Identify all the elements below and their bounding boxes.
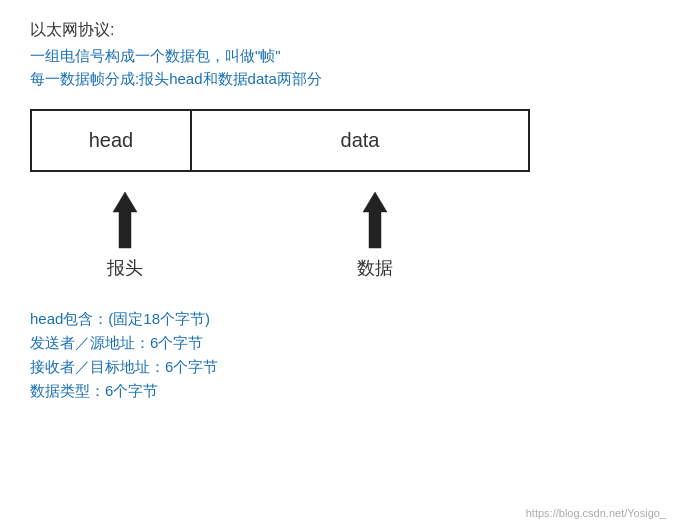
head-arrow-group: 报头 bbox=[30, 182, 190, 280]
data-arrow-label: 数据 bbox=[357, 256, 393, 280]
desc-line-1: 一组电信号构成一个数据包，叫做"帧" bbox=[30, 47, 651, 66]
page-container: 以太网协议: 一组电信号构成一个数据包，叫做"帧" 每一数据帧分成:报头head… bbox=[0, 0, 681, 529]
frame-head-label: head bbox=[89, 129, 134, 151]
desc-line-2: 每一数据帧分成:报头head和数据data两部分 bbox=[30, 70, 651, 89]
arrows-row: 报头 数据 bbox=[30, 182, 530, 280]
data-arrow-group: 数据 bbox=[190, 182, 530, 280]
details-section: head包含：(固定18个字节) 发送者／源地址：6个字节 接收者／目标地址：6… bbox=[30, 310, 651, 401]
title: 以太网协议: bbox=[30, 20, 651, 41]
svg-marker-0 bbox=[113, 192, 137, 248]
watermark: https://blog.csdn.net/Yosigo_ bbox=[526, 507, 666, 519]
frame-head-cell: head bbox=[32, 111, 192, 170]
frame-data-label: data bbox=[341, 129, 380, 151]
detail-line-0: head包含：(固定18个字节) bbox=[30, 310, 651, 329]
detail-line-2: 接收者／目标地址：6个字节 bbox=[30, 358, 651, 377]
detail-line-1: 发送者／源地址：6个字节 bbox=[30, 334, 651, 353]
frame-diagram: head data bbox=[30, 109, 530, 172]
head-up-arrow-icon bbox=[107, 190, 143, 250]
svg-marker-1 bbox=[363, 192, 387, 248]
frame-data-cell: data bbox=[192, 111, 528, 170]
detail-line-3: 数据类型：6个字节 bbox=[30, 382, 651, 401]
head-arrow-label: 报头 bbox=[107, 256, 143, 280]
data-up-arrow-icon bbox=[357, 190, 393, 250]
